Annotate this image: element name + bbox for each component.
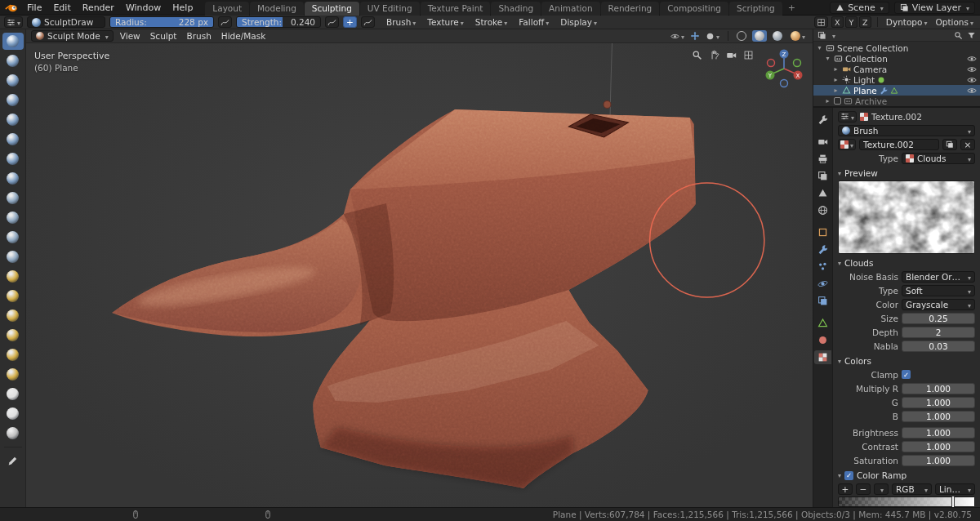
gizmos-toggle-icon[interactable] — [690, 31, 700, 41]
annotate-tool[interactable] — [2, 452, 24, 470]
texture-browse-button[interactable] — [838, 139, 856, 150]
navigation-gizmo[interactable]: Z X Y — [762, 47, 806, 91]
strength-pressure-toggle[interactable] — [325, 16, 339, 28]
disclosure-triangle[interactable]: ▸ — [832, 87, 840, 94]
properties-editor-type-button[interactable] — [838, 111, 857, 122]
sculpt-tool[interactable] — [2, 111, 24, 128]
properties-tab[interactable] — [814, 294, 831, 308]
workspace-tab[interactable]: Modeling — [250, 2, 304, 16]
menu-item[interactable]: Window — [120, 2, 167, 13]
shading-rendered-button[interactable] — [788, 30, 808, 42]
popover-button[interactable]: Texture — [425, 17, 466, 27]
ramp-interpolation-dropdown[interactable]: Linear — [935, 483, 975, 495]
colors-section-header[interactable]: ▾Colors — [838, 355, 975, 367]
properties-tab[interactable] — [814, 186, 831, 200]
menu-item[interactable]: Edit — [47, 2, 76, 13]
workspace-tab[interactable]: Shading — [491, 2, 541, 16]
popover-button[interactable]: Display — [558, 17, 599, 27]
workspace-tab[interactable]: Layout — [205, 2, 249, 16]
workspace-tab[interactable]: Scripting — [729, 2, 782, 16]
dyntopo-popover[interactable]: Dyntopo — [884, 17, 930, 27]
viewport-menu-item[interactable]: Hide/Mask — [216, 31, 271, 41]
properties-tab[interactable] — [814, 135, 831, 149]
popover-button[interactable]: Stroke — [473, 17, 510, 27]
sculpt-tool[interactable] — [2, 189, 24, 207]
pan-hand-icon[interactable] — [709, 50, 719, 60]
menu-item[interactable]: Render — [77, 2, 120, 13]
property-dropdown[interactable]: Grayscale — [902, 299, 975, 310]
search-icon[interactable] — [954, 31, 963, 40]
sculpt-tool[interactable] — [2, 268, 24, 285]
visibility-eye-icon[interactable] — [967, 65, 977, 74]
sculpt-tool[interactable] — [2, 346, 24, 363]
number-field[interactable]: 1.000 — [902, 427, 975, 439]
mode-selector[interactable]: Sculpt Mode — [31, 30, 114, 42]
workspace-tab[interactable]: Sculpting — [305, 2, 359, 16]
color-ramp-strip[interactable] — [838, 497, 975, 507]
workspace-tab[interactable]: UV Editing — [360, 2, 420, 16]
active-brush-field[interactable]: SculptDraw — [27, 16, 105, 28]
sculpt-tool[interactable] — [2, 52, 24, 69]
property-dropdown[interactable]: Blender Original — [902, 271, 975, 283]
texture-datablock-name[interactable]: Texture.002 — [859, 139, 939, 150]
disclosure-triangle[interactable]: ▸ — [824, 97, 831, 105]
property-dropdown[interactable]: Soft — [902, 285, 975, 296]
properties-tab[interactable] — [814, 243, 831, 256]
menu-item[interactable]: Help — [167, 2, 198, 13]
ramp-add-stop-button[interactable]: + — [838, 483, 853, 495]
unlink-datablock-button[interactable]: × — [960, 139, 975, 150]
zoom-icon[interactable] — [692, 50, 702, 60]
editor-type-button[interactable] — [4, 16, 23, 28]
ramp-color-mode-dropdown[interactable]: RGB — [892, 483, 932, 495]
sculpt-tool[interactable] — [2, 366, 24, 383]
visibility-eye-icon[interactable] — [967, 54, 977, 64]
disclosure-triangle[interactable]: ▸ — [832, 65, 840, 73]
camera-view-icon[interactable] — [726, 50, 737, 60]
blender-logo-icon[interactable] — [5, 2, 18, 13]
sculpt-tool[interactable] — [2, 307, 24, 324]
sculpt-tool[interactable] — [2, 385, 24, 403]
sculpt-tool[interactable] — [2, 170, 24, 187]
radius-pressure-toggle[interactable] — [218, 16, 232, 28]
number-field[interactable]: 1.000 — [902, 441, 975, 452]
brush-falloff-button[interactable] — [361, 16, 375, 28]
copy-datablock-button[interactable] — [942, 139, 957, 150]
sculpt-tool[interactable] — [2, 405, 24, 422]
viewport-canvas[interactable]: User Perspective (60) Plane Z — [26, 43, 813, 507]
overlays-popover[interactable] — [703, 31, 722, 41]
properties-tab[interactable] — [814, 277, 831, 291]
number-field[interactable]: 1.000 — [902, 411, 975, 422]
viewport-menu-item[interactable]: View — [115, 31, 145, 41]
outliner-row[interactable]: ▾ Scene Collection — [813, 42, 980, 53]
ramp-stop-marker[interactable] — [952, 497, 954, 507]
properties-tab[interactable] — [814, 225, 831, 239]
popover-button[interactable]: Falloff — [516, 17, 551, 27]
disclosure-triangle[interactable]: ▸ — [832, 76, 840, 83]
sculpt-tool[interactable] — [2, 425, 24, 442]
outliner-row[interactable]: ▾ Collection — [813, 53, 980, 64]
outliner-row[interactable]: ▸ Camera — [813, 64, 980, 74]
sculpt-tool[interactable] — [2, 287, 24, 305]
strength-slider[interactable]: Strength: 0.240 — [236, 16, 321, 28]
texture-type-dropdown[interactable]: Clouds — [902, 153, 975, 164]
radius-slider[interactable]: Radius: 228 px — [109, 16, 214, 28]
scene-selector[interactable]: Scene — [830, 2, 889, 14]
ortho-grid-icon[interactable] — [743, 50, 754, 60]
sculpt-tool[interactable] — [2, 91, 24, 109]
brush-cursor[interactable] — [650, 183, 764, 297]
disclosure-triangle[interactable]: ▾ — [824, 55, 831, 62]
mirror-axis-toggle[interactable]: X — [831, 16, 844, 28]
popover-button[interactable]: Brush — [384, 17, 418, 27]
properties-tab[interactable] — [814, 260, 831, 274]
color-ramp-checkbox[interactable] — [844, 471, 853, 480]
outliner-editor-icon[interactable] — [817, 31, 826, 40]
anvil-model[interactable] — [100, 92, 706, 501]
number-field[interactable]: 0.25 — [902, 313, 975, 324]
workspace-tab[interactable]: Texture Paint — [421, 2, 491, 16]
color-ramp-header[interactable]: ▾ Color Ramp — [838, 470, 975, 481]
symmetry-button[interactable] — [814, 16, 828, 28]
clamp-checkbox[interactable] — [902, 370, 911, 379]
mirror-axis-toggle[interactable]: Z — [859, 16, 871, 28]
properties-tab[interactable] — [814, 316, 831, 330]
number-field[interactable]: 2 — [902, 327, 975, 338]
